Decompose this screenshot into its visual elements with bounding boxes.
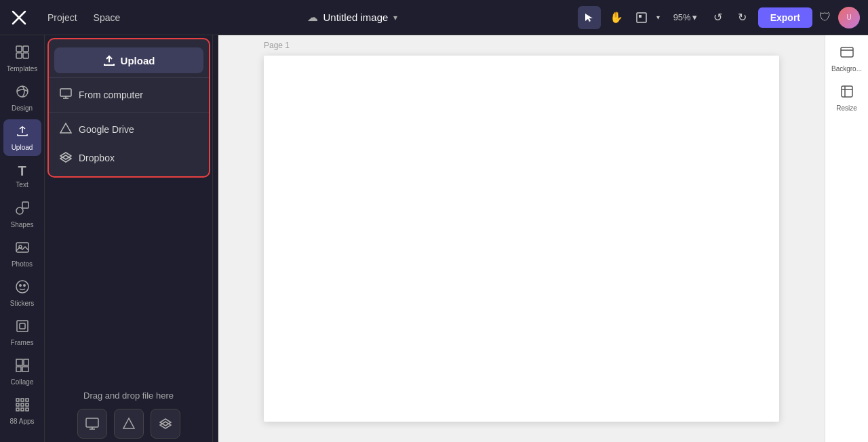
- panel-resize-handle[interactable]: [213, 35, 218, 442]
- left-panel: Upload Upload From computer: [45, 35, 213, 442]
- svg-point-14: [16, 281, 28, 293]
- doc-title[interactable]: Untitled image: [323, 12, 389, 23]
- upload-main-button[interactable]: Upload: [54, 47, 203, 73]
- title-chevron-icon[interactable]: ▾: [393, 13, 397, 22]
- sidebar-icons: Templates Design Upload T: [0, 35, 45, 442]
- sidebar-item-upload[interactable]: Upload: [3, 119, 41, 156]
- shapes-label: Shapes: [11, 221, 34, 229]
- sidebar-item-design[interactable]: Design: [3, 80, 41, 117]
- photos-label: Photos: [12, 260, 33, 268]
- main-content: Templates Design Upload T: [0, 35, 868, 442]
- shield-icon[interactable]: 🛡: [819, 10, 831, 24]
- layout-tool-button[interactable]: [632, 6, 651, 29]
- canvas-page[interactable]: Page 1: [264, 56, 779, 422]
- frames-label: Frames: [11, 339, 34, 347]
- svg-rect-25: [26, 399, 28, 401]
- svg-rect-7: [16, 53, 22, 58]
- svg-rect-5: [16, 46, 22, 52]
- svg-rect-21: [16, 367, 21, 371]
- svg-rect-32: [60, 89, 71, 96]
- avatar[interactable]: U: [838, 7, 860, 28]
- apps-icon: [15, 397, 30, 416]
- sidebar-item-stickers[interactable]: Stickers: [3, 275, 41, 312]
- templates-label: Templates: [7, 65, 38, 73]
- zoom-value: 95%: [673, 12, 691, 22]
- page-label: Page 1: [264, 41, 290, 50]
- resize-label: Resize: [836, 104, 857, 113]
- upload-label: Upload: [12, 144, 33, 152]
- drag-drop-area: Drag and drop file here: [45, 377, 212, 442]
- text-icon: T: [18, 163, 26, 179]
- sidebar-item-apps[interactable]: 88 Apps: [3, 393, 41, 430]
- svg-rect-30: [21, 408, 24, 411]
- dropdown-divider-2: [49, 112, 209, 113]
- svg-rect-11: [22, 202, 28, 208]
- nav-project[interactable]: Project: [41, 9, 84, 26]
- sidebar-item-photos[interactable]: Photos: [3, 236, 41, 273]
- right-panel-resize[interactable]: Resize: [829, 80, 865, 117]
- stickers-icon: [15, 279, 30, 298]
- svg-rect-20: [24, 359, 28, 365]
- canvas-area: Page 1: [218, 35, 825, 442]
- upload-main-label: Upload: [121, 55, 155, 66]
- svg-point-9: [17, 86, 28, 97]
- dropbox-label: Dropbox: [79, 153, 115, 163]
- google-drive-label: Google Drive: [79, 124, 134, 135]
- drag-dropbox-button[interactable]: [151, 409, 180, 439]
- zoom-chevron-icon: ▾: [692, 12, 697, 22]
- layout-tool-group: ▾: [632, 6, 664, 29]
- svg-marker-37: [123, 418, 134, 428]
- design-label: Design: [12, 104, 33, 113]
- sidebar-item-templates[interactable]: Templates: [3, 41, 41, 77]
- background-label: Backgro...: [831, 65, 862, 73]
- svg-rect-12: [16, 243, 28, 252]
- topbar-center: ☁ Untitled image ▾: [132, 11, 572, 24]
- cursor-tool-button[interactable]: [578, 6, 601, 29]
- svg-marker-35: [60, 155, 71, 162]
- undo-redo-group: ↺ ↻: [707, 6, 754, 29]
- resize-icon: [840, 84, 854, 102]
- svg-rect-28: [26, 403, 28, 406]
- sidebar-item-frames[interactable]: Frames: [3, 315, 41, 351]
- shapes-icon: [15, 201, 30, 219]
- dropbox-icon: [60, 150, 72, 165]
- background-icon: [840, 45, 854, 63]
- templates-icon: [15, 45, 30, 63]
- sidebar-item-text[interactable]: T Text: [3, 159, 41, 194]
- svg-rect-27: [21, 403, 24, 406]
- upload-dropdown: Upload Upload From computer: [47, 38, 210, 178]
- export-button[interactable]: Export: [758, 7, 812, 28]
- zoom-control[interactable]: 95% ▾: [668, 9, 703, 25]
- svg-point-16: [23, 285, 24, 286]
- svg-rect-26: [16, 403, 19, 406]
- svg-rect-6: [23, 46, 28, 52]
- layout-chevron-icon[interactable]: ▾: [652, 6, 664, 29]
- drag-computer-button[interactable]: [77, 409, 107, 439]
- apps-label: 88 Apps: [9, 418, 34, 426]
- logo-button[interactable]: [8, 7, 30, 28]
- svg-marker-39: [160, 422, 171, 428]
- google-drive-icon: [60, 122, 72, 137]
- redo-button[interactable]: ↻: [731, 6, 754, 29]
- frames-icon: [15, 319, 30, 337]
- svg-marker-34: [60, 153, 71, 159]
- sidebar-item-collage[interactable]: Collage: [3, 354, 41, 390]
- design-icon: [15, 84, 30, 102]
- nav-space[interactable]: Space: [87, 9, 127, 26]
- topbar: Project Space ☁ Untitled image ▾ ✋ ▾ 95%…: [0, 0, 868, 35]
- dropbox-item[interactable]: Dropbox: [49, 144, 209, 172]
- right-panel-background[interactable]: Backgro...: [829, 41, 865, 77]
- svg-rect-17: [17, 321, 28, 332]
- hand-tool-button[interactable]: ✋: [605, 6, 628, 29]
- svg-rect-8: [23, 53, 28, 58]
- svg-rect-29: [16, 408, 19, 411]
- svg-rect-31: [26, 408, 28, 411]
- sidebar-item-shapes[interactable]: Shapes: [3, 197, 41, 233]
- svg-point-15: [19, 285, 20, 286]
- from-computer-item[interactable]: From computer: [49, 81, 209, 109]
- undo-button[interactable]: ↺: [707, 6, 730, 29]
- drag-gdrive-button[interactable]: [114, 409, 144, 439]
- google-drive-item[interactable]: Google Drive: [49, 115, 209, 144]
- topbar-nav: Project Space: [41, 9, 127, 26]
- svg-marker-2: [585, 14, 593, 22]
